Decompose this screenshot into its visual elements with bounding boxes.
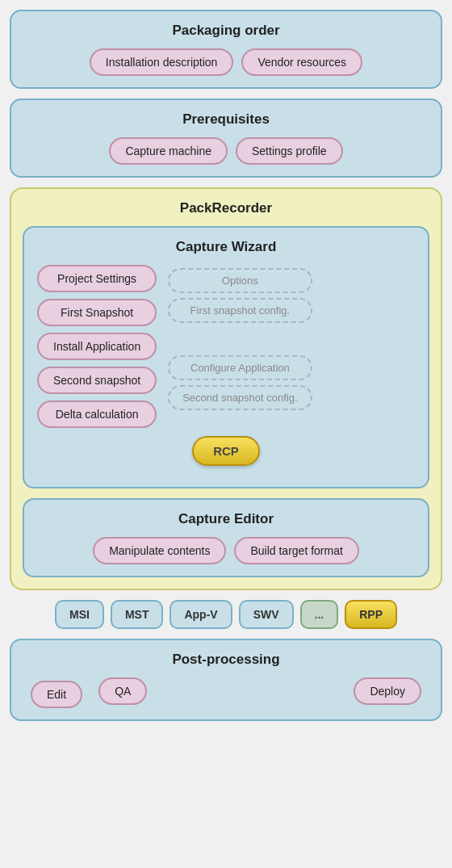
configure-application-button[interactable]: Configure Application: [168, 355, 312, 380]
packaging-order-title: Packaging order: [24, 23, 428, 39]
rcp-row: RCP: [37, 436, 415, 466]
first-snapshot-config-button[interactable]: First snapshot config.: [168, 298, 312, 323]
packrecorder-section: PackRecorder Capture Wizard Project Sett…: [10, 187, 442, 590]
install-application-button[interactable]: Install Application: [37, 333, 157, 360]
delta-calculation-button[interactable]: Delta calculation: [37, 400, 157, 428]
mst-button[interactable]: MST: [111, 600, 164, 629]
qa-button[interactable]: QA: [98, 677, 147, 705]
second-snapshot-button[interactable]: Second snapshot: [37, 367, 157, 394]
swv-button[interactable]: SWV: [239, 600, 294, 629]
wizard-content: Project Settings First Snapshot Install …: [37, 265, 415, 428]
post-processing-title: Post-processing: [24, 652, 428, 668]
rpp-button[interactable]: RPP: [345, 600, 397, 629]
post-processing-left: Edit: [31, 681, 82, 708]
rcp-button[interactable]: RCP: [192, 436, 260, 466]
first-snapshot-button[interactable]: First Snapshot: [37, 299, 157, 326]
post-processing-section: Post-processing Edit QA Deploy: [10, 639, 442, 721]
post-processing-center: QA: [98, 677, 147, 708]
installation-description-button[interactable]: Installation description: [90, 48, 234, 76]
post-processing-content: Edit QA Deploy: [24, 677, 428, 708]
manipulate-contents-button[interactable]: Manipulate contents: [93, 537, 226, 564]
wizard-right-buttons: Options First snapshot config. Configure…: [168, 265, 312, 410]
build-target-format-button[interactable]: Build target format: [234, 537, 358, 564]
prerequisites-buttons: Capture machine Settings profile: [24, 137, 428, 165]
format-row: MSI MST App-V SWV ... RPP: [10, 600, 442, 629]
packrecorder-title: PackRecorder: [23, 200, 429, 216]
prerequisites-section: Prerequisites Capture machine Settings p…: [10, 99, 442, 178]
deploy-button[interactable]: Deploy: [354, 677, 421, 705]
edit-button[interactable]: Edit: [31, 681, 82, 708]
wizard-left-buttons: Project Settings First Snapshot Install …: [37, 265, 157, 428]
packaging-order-section: Packaging order Installation description…: [10, 10, 442, 89]
appv-button[interactable]: App-V: [170, 600, 232, 629]
msi-button[interactable]: MSI: [55, 600, 104, 629]
capture-wizard-title: Capture Wizard: [37, 239, 415, 255]
dots-button[interactable]: ...: [300, 600, 339, 629]
second-snapshot-config-button[interactable]: Second snapshot config.: [168, 385, 312, 410]
capture-machine-button[interactable]: Capture machine: [109, 137, 228, 165]
packaging-order-buttons: Installation description Vendor resource…: [24, 48, 428, 76]
capture-wizard-section: Capture Wizard Project Settings First Sn…: [23, 226, 429, 489]
options-button[interactable]: Options: [168, 268, 312, 293]
vendor-resources-button[interactable]: Vendor resources: [241, 48, 362, 76]
post-processing-right: Deploy: [354, 677, 421, 708]
capture-editor-title: Capture Editor: [37, 511, 415, 527]
project-settings-button[interactable]: Project Settings: [37, 265, 157, 292]
settings-profile-button[interactable]: Settings profile: [236, 137, 343, 165]
capture-editor-section: Capture Editor Manipulate contents Build…: [23, 498, 429, 577]
capture-editor-buttons: Manipulate contents Build target format: [37, 537, 415, 564]
prerequisites-title: Prerequisites: [24, 111, 428, 128]
